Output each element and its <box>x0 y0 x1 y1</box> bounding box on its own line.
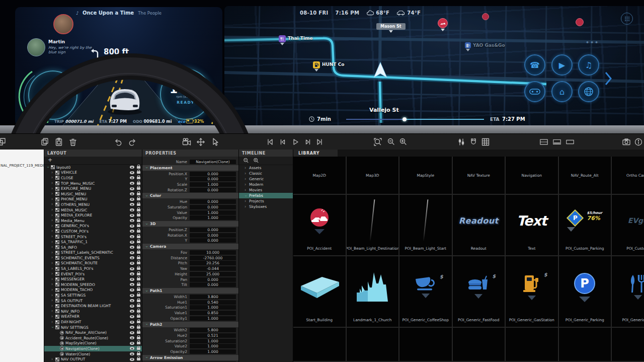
layout-tree-item[interactable]: ›SA_LABELS_POI's <box>44 266 142 271</box>
expand-arrow-icon[interactable]: › <box>50 256 54 260</box>
collapse-arrow-icon[interactable]: › <box>144 356 148 359</box>
expand-arrow-icon[interactable]: › <box>50 288 54 292</box>
collapse-arrow-icon[interactable]: › <box>144 289 148 293</box>
library-item[interactable]: $POI_Generic_GasStation <box>506 256 558 327</box>
layout-tree-item[interactable]: ›OTHERS_MENU <box>44 202 142 207</box>
layout-tree-item[interactable]: ›Media_Menu <box>44 218 142 224</box>
lock-icon[interactable] <box>137 310 140 313</box>
library-item[interactable]: NAV_Route_Alt <box>559 157 611 194</box>
layout-tree-item[interactable]: ›CLOSE <box>44 175 142 181</box>
layout-tree-item[interactable]: ›MUSIC_MENU <box>44 191 142 197</box>
skip-start-icon[interactable] <box>266 137 275 147</box>
chevron-right-icon[interactable] <box>605 71 612 86</box>
timeline-tree-item[interactable]: ›Movies <box>239 187 293 193</box>
visibility-eye-icon[interactable] <box>130 208 134 211</box>
layout-tree-item[interactable]: ›NAV SETTINGS <box>44 325 142 330</box>
collapse-arrow-icon[interactable]: › <box>144 194 148 197</box>
expand-arrow-icon[interactable]: › <box>50 213 54 218</box>
globe-button[interactable] <box>578 81 599 102</box>
property-value-field[interactable]: 0.521 <box>190 333 236 338</box>
collapse-arrow-icon[interactable]: › <box>144 323 148 326</box>
layout-tree-item[interactable]: ›SA SETTINGS <box>44 293 142 298</box>
progress-handle[interactable] <box>403 117 407 121</box>
layout-tree-item[interactable]: ›MODERN_TACHO <box>44 287 142 293</box>
visibility-eye-icon[interactable] <box>130 310 134 313</box>
lock-icon[interactable] <box>137 347 140 350</box>
expand-arrow-icon[interactable]: › <box>244 166 247 170</box>
layout-tree-item[interactable]: ›TOP_Menu_MUSIC <box>44 181 142 186</box>
layout-tree-item[interactable]: ›PHONE_MENU <box>44 197 142 202</box>
visibility-eye-icon[interactable] <box>130 305 134 308</box>
visibility-eye-icon[interactable] <box>130 235 134 238</box>
expand-arrow-icon[interactable]: › <box>50 267 54 271</box>
lock-icon[interactable] <box>137 283 140 286</box>
library-item-empty[interactable] <box>399 328 452 361</box>
library-item[interactable]: NAV Texture <box>453 157 505 194</box>
expand-arrow-icon[interactable]: › <box>50 245 54 249</box>
property-value-field[interactable]: 1.000 <box>190 305 236 310</box>
redo-icon[interactable] <box>128 137 137 147</box>
lock-icon[interactable] <box>137 294 140 297</box>
layout-tree-item[interactable]: ›SCHEMATIC_ROUTE <box>44 261 142 266</box>
layout-full-icon[interactable] <box>566 137 575 147</box>
library-item[interactable]: Start_Building <box>293 256 346 327</box>
visibility-eye-icon[interactable] <box>130 315 134 318</box>
layout-tree-item[interactable]: NAV_Route_Alt(Clone) <box>44 330 142 335</box>
timeline-tree-item[interactable]: ›Modern <box>239 182 293 187</box>
step-back-icon[interactable] <box>278 137 287 147</box>
visibility-eye-icon[interactable] <box>130 336 134 339</box>
property-value-field[interactable]: 10.000 <box>190 250 236 255</box>
lock-icon[interactable] <box>137 331 140 334</box>
visibility-eye-icon[interactable] <box>130 182 134 185</box>
lock-icon[interactable] <box>137 220 140 222</box>
play-button[interactable]: ▶ <box>551 54 573 76</box>
expand-arrow-icon[interactable]: › <box>50 282 54 286</box>
timeline-tree-item[interactable]: ›Prefabs <box>239 193 293 198</box>
lock-icon[interactable] <box>137 273 140 275</box>
layout-split-icon[interactable] <box>539 137 548 147</box>
lock-icon[interactable] <box>137 342 140 344</box>
move-icon[interactable] <box>196 137 205 147</box>
library-item[interactable]: Ortho Came <box>612 157 644 194</box>
layout-tree-item[interactable]: Water(Clone) <box>44 351 142 357</box>
layout-tree-item[interactable]: ›MEDIA_MUSIC <box>44 207 142 213</box>
tab-library[interactable]: LIBRARY <box>293 150 338 157</box>
property-section-header[interactable]: ›Path1 <box>142 288 238 294</box>
layout-tree-item[interactable]: ›SA_TRAFFIC_1 <box>44 239 142 245</box>
lock-icon[interactable] <box>137 321 140 323</box>
library-item[interactable]: POI_Beam_Light_Start <box>399 195 452 255</box>
grid-icon[interactable] <box>481 137 490 147</box>
expand-arrow-icon[interactable]: › <box>50 309 54 313</box>
visibility-eye-icon[interactable] <box>130 256 134 259</box>
expand-arrow-icon[interactable]: › <box>50 357 54 361</box>
expand-arrow-icon[interactable]: › <box>50 229 54 233</box>
library-item-empty[interactable] <box>559 328 611 361</box>
expand-arrow-icon[interactable]: › <box>50 187 54 191</box>
expand-arrow-icon[interactable]: › <box>50 208 54 212</box>
layout-tree-item[interactable]: MapStyle(Clone) <box>44 341 142 346</box>
lock-icon[interactable] <box>137 257 140 259</box>
property-value-field[interactable]: 0.000 <box>190 177 236 181</box>
library-item[interactable]: ReadoutReadout <box>453 195 505 255</box>
expand-arrow-icon[interactable]: › <box>50 320 54 324</box>
expand-arrow-icon[interactable]: › <box>244 183 247 187</box>
timeline-tree-item[interactable]: ›Projects <box>239 198 293 204</box>
collapse-arrow-icon[interactable]: › <box>244 194 248 197</box>
lock-icon[interactable] <box>137 236 140 238</box>
skip-end-icon[interactable] <box>315 137 324 147</box>
layout-tree-item[interactable]: ›STREET_POI's <box>44 234 142 240</box>
timeline-tree-item[interactable]: ›Assets <box>239 165 293 171</box>
layout-tree-item[interactable]: ›NAV OUTPUT <box>44 356 142 362</box>
lock-icon[interactable] <box>137 187 140 190</box>
screenshot-icon[interactable] <box>622 137 631 147</box>
layout-tree-item[interactable]: ›MESSENGER <box>44 276 142 282</box>
library-item-empty[interactable] <box>612 328 644 361</box>
expand-arrow-icon[interactable]: › <box>50 277 54 281</box>
layout-tree-item[interactable]: ›MEDIA_EXPLORE <box>44 212 142 218</box>
expand-arrow-icon[interactable]: › <box>50 251 54 255</box>
lock-icon[interactable] <box>137 305 140 307</box>
property-value-field[interactable]: 25.000 <box>190 272 236 276</box>
expand-arrow-icon[interactable]: › <box>50 224 54 228</box>
layout-tree-item[interactable]: ›VEHICLE <box>44 170 142 176</box>
visibility-eye-icon[interactable] <box>130 331 134 334</box>
